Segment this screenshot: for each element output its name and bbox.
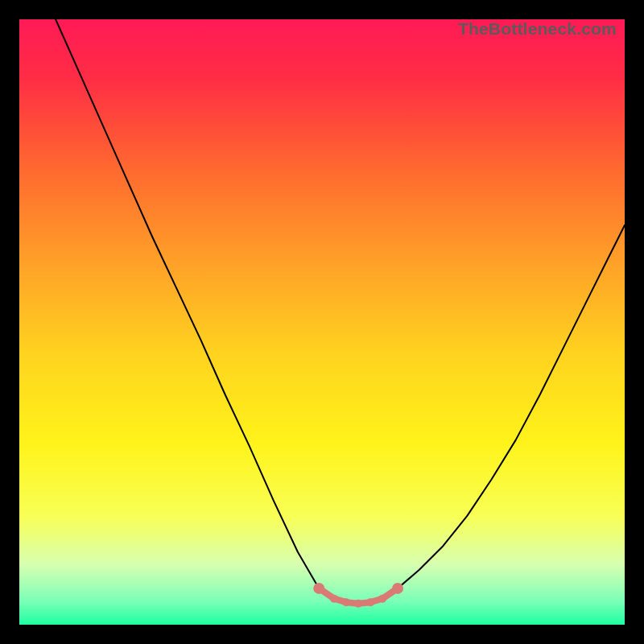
chart-svg [19, 19, 625, 625]
gradient-bg [19, 19, 625, 625]
bottom-marker [342, 598, 350, 606]
bottom-marker [354, 600, 362, 608]
bottom-marker [392, 583, 403, 594]
bottom-marker [378, 595, 386, 603]
chart-frame: TheBottleneck.com [0, 0, 644, 644]
bottom-marker [366, 598, 374, 606]
watermark-text: TheBottleneck.com [458, 19, 617, 39]
bottom-marker [330, 595, 338, 603]
plot-area: TheBottleneck.com [19, 19, 625, 625]
bottom-marker [313, 583, 324, 594]
